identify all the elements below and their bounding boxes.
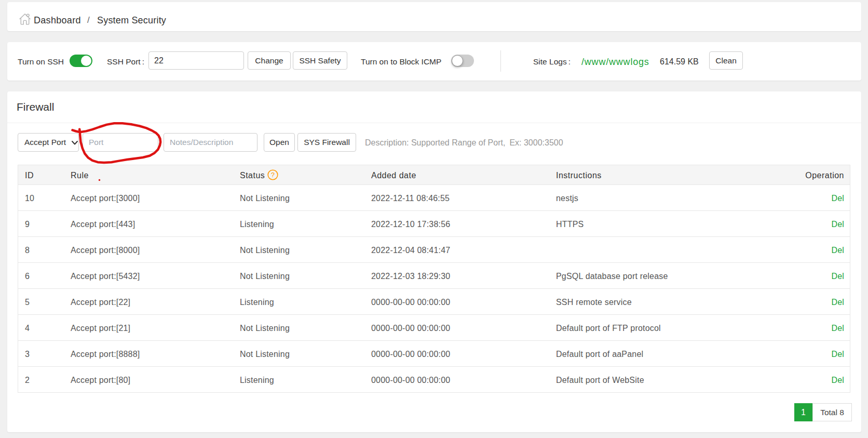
svg-text:?: ? — [271, 171, 275, 179]
